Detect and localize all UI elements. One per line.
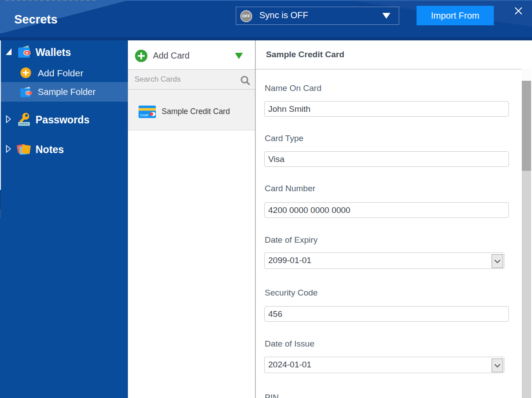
svg-text:Credit: Credit — [140, 114, 148, 117]
